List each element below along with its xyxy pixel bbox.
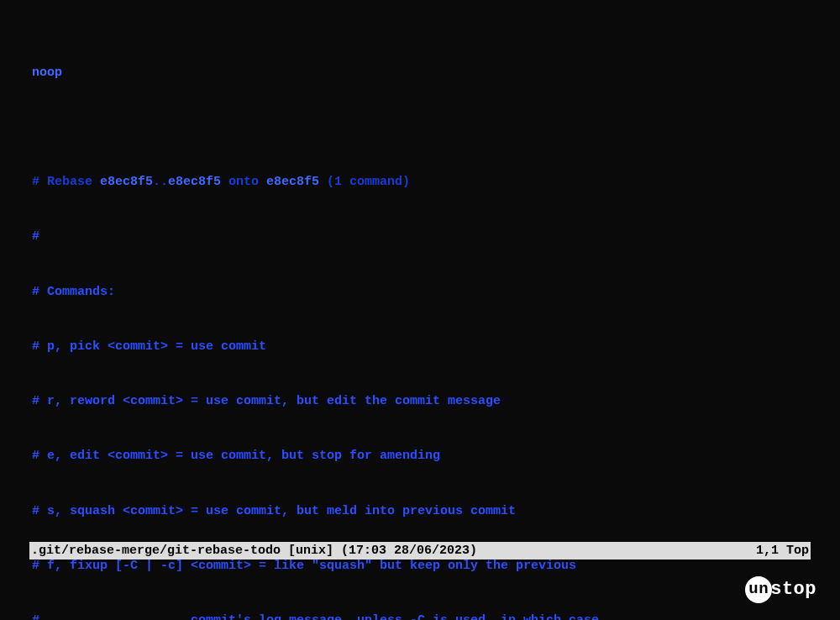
logo-circle-icon: un xyxy=(745,576,772,603)
comment-line: # f, fixup [-C | -c] <commit> = like "sq… xyxy=(32,557,808,575)
statusbar-position: 1,1 Top xyxy=(756,542,809,560)
logo-text: stop xyxy=(770,576,816,603)
comment-line: # Commands: xyxy=(32,283,808,302)
blank-line xyxy=(32,118,808,137)
vim-statusbar: .git/rebase-merge/git-rebase-todo [unix]… xyxy=(29,542,811,560)
noop-command: noop xyxy=(32,64,808,82)
comment-line: # e, edit <commit> = use commit, but sto… xyxy=(32,447,808,465)
unstop-logo: unstop xyxy=(745,576,816,603)
rebase-header-line: # Rebase e8ec8f5..e8ec8f5 onto e8ec8f5 (… xyxy=(32,173,808,192)
rebase-onto: onto xyxy=(221,175,266,189)
rebase-prefix: # Rebase xyxy=(32,175,100,189)
comment-line: # s, squash <commit> = use commit, but m… xyxy=(32,502,808,521)
rebase-dots: .. xyxy=(153,175,168,189)
rebase-hash-onto: e8ec8f5 xyxy=(266,175,319,189)
rebase-hash-from: e8ec8f5 xyxy=(100,175,153,189)
comment-line: # xyxy=(32,228,808,246)
statusbar-filename: .git/rebase-merge/git-rebase-todo [unix]… xyxy=(31,542,477,560)
editor-viewport[interactable]: noop # Rebase e8ec8f5..e8ec8f5 onto e8ec… xyxy=(0,0,840,620)
comment-line: # r, reword <commit> = use commit, but e… xyxy=(32,392,808,411)
rebase-hash-to: e8ec8f5 xyxy=(168,175,221,189)
rebase-count: (1 command) xyxy=(319,175,410,189)
comment-line: # p, pick <commit> = use commit xyxy=(32,338,808,356)
comment-line: # commit's log message, unless -C is use… xyxy=(32,612,808,620)
